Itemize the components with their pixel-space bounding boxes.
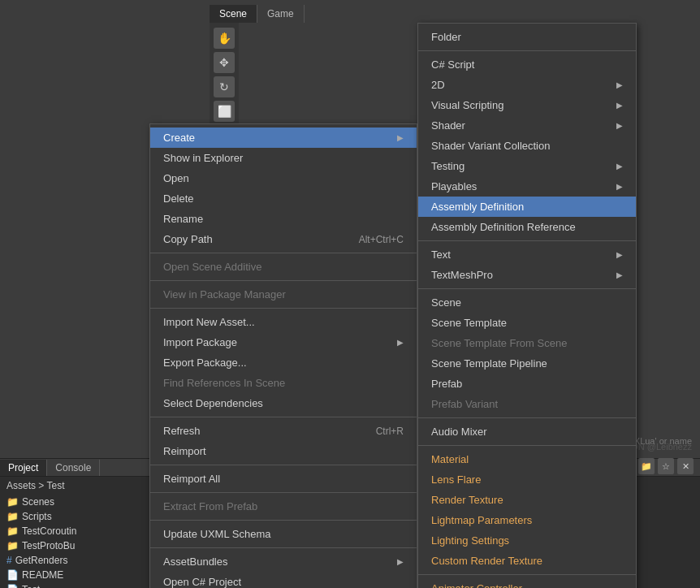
submenu-sep-1 bbox=[418, 50, 636, 51]
tab-game[interactable]: Game bbox=[257, 5, 305, 23]
menu-item-extract-from-prefab: Extract From Prefab bbox=[150, 496, 417, 517]
bottom-tab-console[interactable]: Console bbox=[47, 460, 100, 476]
menu-item-reimport[interactable]: Reimport bbox=[150, 441, 417, 461]
submenu-item-scene[interactable]: Scene bbox=[418, 292, 636, 313]
submenu-sep-6 bbox=[418, 574, 636, 575]
menu-item-export-package[interactable]: Export Package... bbox=[150, 352, 417, 373]
submenu-sep-2 bbox=[418, 240, 636, 241]
tab-bar: Scene Game bbox=[210, 0, 700, 23]
submenu-item-audio-mixer[interactable]: Audio Mixer bbox=[418, 422, 636, 442]
submenu-item-prefab[interactable]: Prefab bbox=[418, 374, 636, 394]
submenu-item-folder[interactable]: Folder bbox=[418, 27, 636, 47]
menu-item-delete[interactable]: Delete bbox=[150, 188, 417, 209]
menu-item-open[interactable]: Open bbox=[150, 168, 417, 188]
menu-item-find-references: Find References In Scene bbox=[150, 373, 417, 393]
submenu-item-prefab-variant: Prefab Variant bbox=[418, 394, 636, 414]
scale-tool-icon[interactable]: ⬜ bbox=[214, 101, 235, 122]
separator-6 bbox=[150, 492, 417, 493]
menu-item-open-scene-additive: Open Scene Additive bbox=[150, 257, 417, 277]
submenu-item-lens-flare[interactable]: Lens Flare bbox=[418, 469, 636, 490]
menu-item-open-csharp-project[interactable]: Open C# Project bbox=[150, 572, 417, 588]
submenu-item-lighting-settings[interactable]: Lighting Settings bbox=[418, 530, 636, 551]
submenu-item-assembly-def-reference[interactable]: Assembly Definition Reference bbox=[418, 217, 636, 237]
separator-2 bbox=[150, 280, 417, 281]
submenu-item-testing[interactable]: Testing bbox=[418, 156, 636, 176]
separator-5 bbox=[150, 465, 417, 465]
separator-1 bbox=[150, 253, 417, 253]
rotate-tool-icon[interactable]: ↻ bbox=[214, 76, 235, 97]
menu-item-select-dependencies[interactable]: Select Dependencies bbox=[150, 393, 417, 413]
submenu-item-text[interactable]: Text bbox=[418, 244, 636, 265]
separator-7 bbox=[150, 520, 417, 521]
submenu-item-animator-controller[interactable]: Animator Controller bbox=[418, 578, 636, 588]
submenu-item-render-texture[interactable]: Render Texture bbox=[418, 490, 636, 510]
menu-item-assetbundles[interactable]: AssetBundles bbox=[150, 551, 417, 572]
menu-item-create[interactable]: Create bbox=[150, 128, 417, 148]
submenu-sep-5 bbox=[418, 445, 636, 446]
menu-item-copy-path[interactable]: Copy Path Alt+Ctrl+C bbox=[150, 229, 417, 249]
submenu-item-shader-variant-collection[interactable]: Shader Variant Collection bbox=[418, 136, 636, 156]
submenu-sep-3 bbox=[418, 288, 636, 289]
submenu-item-custom-render-texture[interactable]: Custom Render Texture bbox=[418, 551, 636, 571]
menu-item-reimport-all[interactable]: Reimport All bbox=[150, 469, 417, 489]
menu-item-view-package-manager: View in Package Manager bbox=[150, 284, 417, 305]
menu-item-rename[interactable]: Rename bbox=[150, 209, 417, 229]
separator-4 bbox=[150, 417, 417, 417]
menu-item-update-uxml[interactable]: Update UXML Schema bbox=[150, 524, 417, 544]
submenu-item-playables[interactable]: Playables bbox=[418, 176, 636, 197]
panel-icon-3[interactable]: ✕ bbox=[677, 458, 694, 474]
bottom-tab-project[interactable]: Project bbox=[0, 460, 47, 476]
menu-item-show-explorer[interactable]: Show in Explorer bbox=[150, 148, 417, 168]
separator-3 bbox=[150, 308, 417, 309]
menu-item-import-package[interactable]: Import Package bbox=[150, 332, 417, 352]
menu-item-import-new-asset[interactable]: Import New Asset... bbox=[150, 312, 417, 332]
submenu-item-scene-template[interactable]: Scene Template bbox=[418, 313, 636, 333]
submenu-sep-4 bbox=[418, 417, 636, 418]
submenu-item-scene-template-from-scene: Scene Template From Scene bbox=[418, 333, 636, 353]
submenu-item-scene-template-pipeline[interactable]: Scene Template Pipeline bbox=[418, 353, 636, 374]
panel-icon-2[interactable]: ☆ bbox=[658, 458, 674, 474]
tab-scene[interactable]: Scene bbox=[210, 5, 257, 23]
submenu-item-shader[interactable]: Shader bbox=[418, 115, 636, 136]
submenu-item-2d[interactable]: 2D bbox=[418, 75, 636, 95]
move-tool-icon[interactable]: ✥ bbox=[214, 52, 235, 73]
submenu-item-material[interactable]: Material bbox=[418, 449, 636, 469]
submenu-item-textmeshpro[interactable]: TextMeshPro bbox=[418, 265, 636, 285]
hand-tool-icon[interactable]: ✋ bbox=[214, 28, 235, 49]
context-menu-left: Create Show in Explorer Open Delete Rena… bbox=[149, 123, 417, 588]
context-menu-right: Folder C# Script 2D Visual Scripting Sha… bbox=[417, 23, 637, 588]
panel-icon-1[interactable]: 📁 bbox=[638, 458, 655, 474]
submenu-item-visual-scripting[interactable]: Visual Scripting bbox=[418, 95, 636, 115]
submenu-item-lightmap-parameters[interactable]: Lightmap Parameters bbox=[418, 510, 636, 530]
submenu-item-assembly-definition[interactable]: Assembly Definition bbox=[418, 197, 636, 217]
submenu-item-csharp-script[interactable]: C# Script bbox=[418, 54, 636, 75]
separator-8 bbox=[150, 547, 417, 548]
menu-item-refresh[interactable]: Refresh Ctrl+R bbox=[150, 421, 417, 441]
